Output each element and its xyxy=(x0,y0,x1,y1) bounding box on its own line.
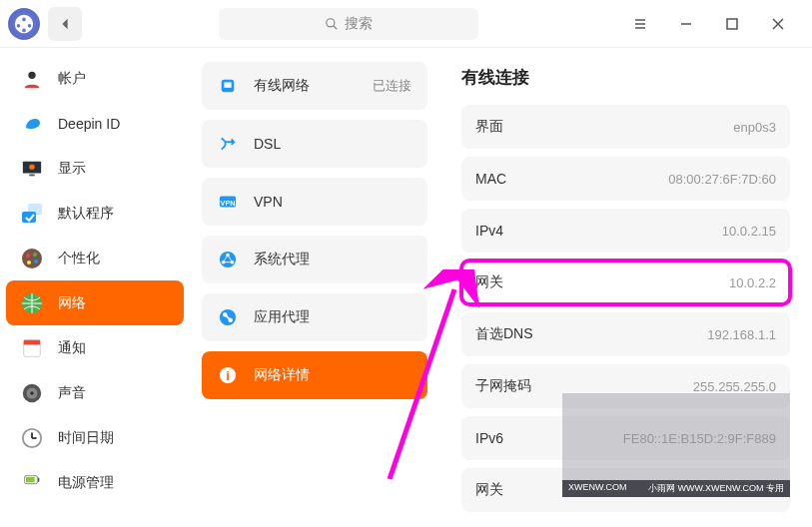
search-placeholder: 搜索 xyxy=(345,15,373,33)
subnav-item-label: 有线网络 xyxy=(254,77,310,95)
svg-rect-6 xyxy=(727,19,737,29)
sidebar-item-personalization[interactable]: 个性化 xyxy=(6,236,184,280)
sidebar-item-deepin-id[interactable]: Deepin ID xyxy=(6,101,184,146)
info-row: MAC08:00:27:6F:7D:60 xyxy=(461,157,790,201)
sidebar-item-label: 网络 xyxy=(58,294,86,312)
subnav-item-app-proxy[interactable]: 应用代理 xyxy=(202,293,427,341)
close-button[interactable] xyxy=(764,10,792,38)
svg-point-16 xyxy=(26,254,30,258)
network-icon xyxy=(18,289,46,317)
display-icon xyxy=(18,155,46,183)
sidebar-item-label: 声音 xyxy=(58,384,86,402)
sys-proxy-icon xyxy=(218,250,238,269)
info-row: 界面enp0s3 xyxy=(461,105,790,149)
personalization-icon xyxy=(18,245,46,272)
sidebar: 帐户Deepin ID显示默认程序个性化网络通知声音时间日期电源管理 xyxy=(0,48,190,527)
net-details-icon: i xyxy=(218,365,238,385)
app-proxy-icon xyxy=(218,307,238,327)
sidebar-item-label: 电源管理 xyxy=(58,474,114,492)
sidebar-item-display[interactable]: 显示 xyxy=(6,146,184,191)
svg-rect-33 xyxy=(224,82,231,87)
svg-line-1 xyxy=(333,25,337,29)
svg-point-25 xyxy=(30,391,34,395)
deepin-id-icon xyxy=(18,110,46,138)
subnav-item-dsl[interactable]: DSL xyxy=(202,120,427,168)
sound-icon xyxy=(18,379,46,407)
subnav-item-vpn[interactable]: VPNVPN xyxy=(202,178,427,226)
sidebar-item-sound[interactable]: 声音 xyxy=(6,370,184,415)
subnav-item-net-details[interactable]: i网络详情 xyxy=(202,351,427,399)
minimize-button[interactable] xyxy=(672,10,700,38)
info-value: 255.255.255.0 xyxy=(693,379,776,394)
info-value: 10.0.2.15 xyxy=(722,224,776,239)
svg-text:i: i xyxy=(226,369,230,383)
info-row: 网关10.0.2.2 xyxy=(461,261,790,304)
sidebar-item-account[interactable]: 帐户 xyxy=(6,56,184,101)
subnav-item-wired[interactable]: 有线网络已连接 xyxy=(202,62,427,110)
info-value: 08:00:27:6F:7D:60 xyxy=(668,172,776,187)
svg-rect-22 xyxy=(24,339,41,344)
maximize-button[interactable] xyxy=(718,10,746,38)
default-apps-icon xyxy=(18,200,46,228)
sidebar-item-notification[interactable]: 通知 xyxy=(6,325,184,370)
sidebar-item-default-apps[interactable]: 默认程序 xyxy=(6,191,184,236)
info-key: IPv4 xyxy=(475,223,503,239)
subnav-item-label: VPN xyxy=(254,194,283,210)
subnav-item-sys-proxy[interactable]: 系统代理 xyxy=(202,236,427,283)
info-key: 网关 xyxy=(475,273,503,291)
sidebar-item-label: 帐户 xyxy=(58,70,86,88)
svg-point-9 xyxy=(28,71,35,78)
svg-text:VPN: VPN xyxy=(221,199,236,208)
sidebar-item-label: 显示 xyxy=(58,160,86,178)
subnav-item-label: DSL xyxy=(254,136,281,152)
search-icon xyxy=(325,17,339,31)
svg-point-19 xyxy=(27,261,31,264)
sidebar-item-network[interactable]: 网络 xyxy=(6,280,184,325)
info-key: MAC xyxy=(475,171,506,187)
info-value: 192.168.1.1 xyxy=(707,327,776,342)
info-row: 首选DNS192.168.1.1 xyxy=(461,312,790,356)
svg-point-15 xyxy=(22,249,42,268)
sidebar-item-label: 默认程序 xyxy=(58,205,114,223)
sidebar-item-datetime[interactable]: 时间日期 xyxy=(6,415,184,460)
svg-rect-30 xyxy=(26,477,35,482)
panel-title: 有线连接 xyxy=(461,66,790,89)
subnav-item-label: 应用代理 xyxy=(254,308,310,326)
info-key: 网关 xyxy=(475,481,503,499)
svg-point-0 xyxy=(326,18,334,26)
vpn-icon: VPN xyxy=(218,192,238,212)
info-key: 子网掩码 xyxy=(475,377,531,395)
sidebar-item-label: 通知 xyxy=(58,339,86,357)
sidebar-item-label: 个性化 xyxy=(58,250,100,267)
svg-point-17 xyxy=(33,253,37,257)
network-subnav: 有线网络已连接DSLVPNVPN系统代理应用代理i网络详情 xyxy=(190,48,439,527)
notification-icon xyxy=(18,334,46,362)
sidebar-item-label: Deepin ID xyxy=(58,116,120,132)
subnav-item-status: 已连接 xyxy=(373,77,411,95)
info-key: 界面 xyxy=(475,118,503,136)
info-value: 10.0.2.2 xyxy=(729,275,776,290)
info-key: 首选DNS xyxy=(475,325,533,343)
menu-button[interactable] xyxy=(626,10,654,38)
info-value: enp0s3 xyxy=(733,120,776,135)
sidebar-item-power[interactable]: 电源管理 xyxy=(6,460,184,505)
dsl-icon xyxy=(218,134,238,154)
svg-rect-31 xyxy=(38,477,39,481)
wired-icon xyxy=(218,76,238,96)
search-input[interactable]: 搜索 xyxy=(219,8,478,40)
svg-point-11 xyxy=(29,164,35,170)
info-key: IPv6 xyxy=(475,430,503,446)
title-bar: 搜索 xyxy=(0,0,812,48)
app-logo-icon xyxy=(8,8,40,40)
power-icon xyxy=(18,469,46,497)
subnav-item-label: 网络详情 xyxy=(254,366,310,384)
window-controls xyxy=(614,10,804,38)
svg-rect-12 xyxy=(29,174,35,176)
datetime-icon xyxy=(18,424,46,452)
account-icon xyxy=(18,65,46,93)
subnav-item-label: 系统代理 xyxy=(254,251,310,268)
back-button[interactable] xyxy=(48,7,82,41)
watermark-overlay: XWENW.COM小雨网 WWW.XWENW.COM 专用 xyxy=(562,393,790,497)
sidebar-item-label: 时间日期 xyxy=(58,429,114,447)
info-row: IPv410.0.2.15 xyxy=(461,209,790,253)
